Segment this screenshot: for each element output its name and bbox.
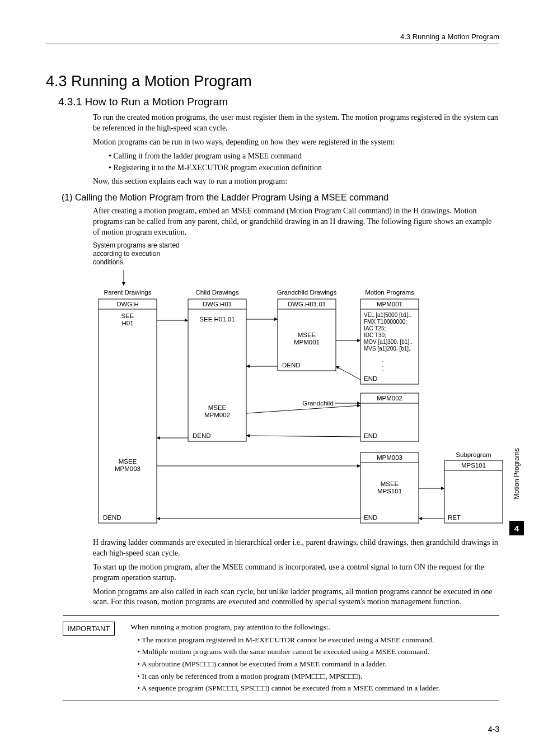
code-line: MOV [a1]300. [b1].. — [364, 339, 413, 345]
running-header: 4.3 Running a Motion Program — [400, 32, 499, 41]
list-item: The motion program registered in M-EXECU… — [137, 634, 440, 646]
col-header: Grandchild Drawings — [277, 289, 337, 296]
svg-line-23 — [336, 366, 360, 380]
box-text: MSEE — [119, 458, 137, 465]
box-text: MSEE — [208, 404, 227, 411]
col-header: Motion Programs — [365, 289, 414, 296]
list-item: It can only be referenced from a motion … — [137, 671, 440, 682]
svg-point-9 — [382, 361, 383, 362]
box-text: SEE — [121, 312, 134, 319]
important-callout: IMPORTANT When running a motion program,… — [63, 615, 499, 701]
page-content: 4.3 Running a Motion Program 4.3.1 How t… — [46, 73, 499, 701]
list-item: Calling it from the ladder program using… — [109, 151, 499, 162]
box-text: MPS101 — [377, 488, 402, 494]
chapter-indicator: 4 — [509, 521, 524, 535]
paragraph: Motion programs can be run in two ways, … — [93, 137, 499, 148]
box-title: DWG.H01 — [203, 301, 232, 307]
list-item: Multiple motion programs with the same n… — [137, 646, 440, 657]
list-item: A sequence program (SPM□□□, SPS□□□) cann… — [137, 683, 440, 694]
diagram: System programs are started according to… — [93, 241, 499, 533]
col-header: Parent Drawings — [104, 289, 151, 296]
list-item: Registering it to the M-EXECUTOR program… — [109, 163, 499, 174]
flow-diagram: Parent Drawings Child Drawings Grandchil… — [93, 270, 507, 533]
subsection-heading: 4.3.1 How to Run a Motion Program — [58, 96, 499, 108]
subheading: (1) Calling the Motion Program from the … — [62, 193, 499, 203]
code-line: MVS [a1]200. [b1].. — [364, 346, 412, 352]
box-text: MPM002 — [204, 412, 230, 418]
col-header: Subprogram — [456, 451, 491, 458]
paragraph: After creating a motion program, embed a… — [93, 206, 499, 238]
important-intro: When running a motion program, pay atten… — [130, 622, 440, 633]
box-text: END — [364, 375, 377, 382]
list-item: A subroutine (MPS□□□) cannot be executed… — [137, 659, 440, 670]
box-text: END — [364, 514, 377, 521]
box-text: DEND — [282, 362, 301, 368]
box-title: MPS101 — [461, 462, 486, 469]
paragraph: Motion programs are also called in each … — [93, 587, 499, 608]
paragraph: Now, this section explains each way to r… — [93, 176, 499, 187]
important-list: The motion program registered in M-EXECU… — [137, 634, 440, 694]
svg-line-25 — [246, 405, 360, 413]
svg-point-11 — [382, 370, 383, 371]
paragraph: To run the created motion programs, the … — [93, 113, 499, 134]
box-title: DWG.H01.01 — [288, 301, 326, 307]
svg-rect-1 — [99, 299, 157, 523]
svg-line-26 — [246, 436, 360, 437]
code-line: VEL [a1]5000 [b1].. — [364, 312, 411, 318]
paragraph: To start up the motion program, after th… — [93, 562, 499, 584]
box-text: DEND — [193, 432, 211, 439]
box-text: MSEE — [298, 332, 316, 338]
code-line: IDC T30; — [364, 332, 386, 338]
label: Grandchild — [302, 400, 334, 407]
box-text: MSEE — [381, 480, 399, 487]
box-text: MPM003 — [115, 465, 140, 472]
diagram-note: System programs are started according to… — [93, 241, 188, 267]
col-header: Child Drawings — [195, 289, 239, 296]
important-label: IMPORTANT — [63, 622, 115, 636]
box-title: MPM001 — [377, 301, 402, 307]
page-number: 4-3 — [488, 725, 499, 734]
box-title: DWG.H — [116, 301, 139, 307]
side-tab-label: Motion Programs — [513, 448, 521, 499]
code-line: FMX T10000000; — [364, 319, 407, 325]
box-text: SEE H01.01 — [199, 316, 235, 323]
bullet-list: Calling it from the ladder program using… — [109, 151, 499, 174]
box-text: DEND — [103, 514, 121, 521]
box-text: H01 — [121, 320, 133, 326]
box-title: MPM003 — [377, 454, 402, 461]
box-title: MPM002 — [377, 395, 402, 402]
box-text: MPM001 — [294, 339, 320, 346]
box-text: RET — [448, 514, 461, 521]
code-line: IAC T25; — [364, 325, 386, 332]
box-text: END — [364, 432, 377, 439]
section-heading: 4.3 Running a Motion Program — [46, 73, 499, 90]
paragraph: H drawing ladder commands are executed i… — [93, 538, 499, 559]
header-rule — [46, 44, 499, 44]
svg-point-10 — [382, 366, 383, 366]
